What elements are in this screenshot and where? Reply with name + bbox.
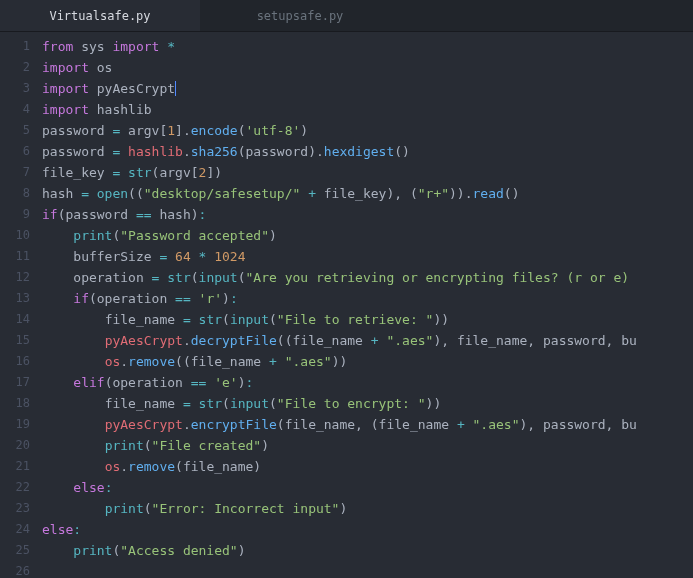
code-line[interactable]: password = argv[1].encode('utf-8')	[42, 120, 693, 141]
token-paren: (	[222, 312, 230, 327]
token-str: "r+"	[418, 186, 449, 201]
token-str: "File to retrieve: "	[277, 312, 434, 327]
token-paren: ))	[426, 396, 442, 411]
token-str: 'r'	[199, 291, 222, 306]
token-paren: ((	[277, 333, 293, 348]
token-str: "Are you retrieving or encrypting files?…	[246, 270, 630, 285]
token-dot: .	[465, 186, 473, 201]
token-obj: operation	[73, 270, 151, 285]
token-dot: .	[120, 459, 128, 474]
token-paren: (	[89, 291, 97, 306]
line-number: 23	[0, 498, 30, 519]
token-obj: bu	[621, 333, 637, 348]
code-line[interactable]: password = hashlib.sha256(password).hexd…	[42, 141, 693, 162]
token-paren: ,	[527, 333, 543, 348]
token-paren: )	[300, 123, 308, 138]
token-obj: password	[42, 144, 112, 159]
token-op: ==	[191, 375, 207, 390]
token-paren: )	[253, 459, 261, 474]
token-builtin: input	[199, 270, 238, 285]
token-paren: (	[175, 459, 183, 474]
token-paren: (	[144, 438, 152, 453]
line-number: 2	[0, 57, 30, 78]
token-str: ".aes"	[473, 417, 520, 432]
code-line[interactable]: else:	[42, 519, 693, 540]
token-kw: if	[42, 207, 58, 222]
token-func: remove	[128, 354, 175, 369]
token-op: =	[112, 165, 120, 180]
token-paren: ), (	[386, 186, 417, 201]
token-paren: (	[144, 501, 152, 516]
line-number: 24	[0, 519, 30, 540]
token-str: "Access denied"	[120, 543, 237, 558]
token-obj: file_name	[105, 312, 183, 327]
tab-bar: Virtualsafe.py setupsafe.py	[0, 0, 693, 32]
line-number: 1	[0, 36, 30, 57]
token-mod: os	[97, 60, 113, 75]
token-paren: ,	[606, 333, 622, 348]
token-str: "File to encrypt: "	[277, 396, 426, 411]
code-line[interactable]: print("Error: Incorrect input")	[42, 498, 693, 519]
code-line[interactable]: pyAesCrypt.decryptFile((file_name + ".ae…	[42, 330, 693, 351]
token-paren: ]	[175, 123, 183, 138]
line-number: 4	[0, 99, 30, 120]
line-number: 19	[0, 414, 30, 435]
token-str: ".aes"	[285, 354, 332, 369]
token-paren: )	[261, 438, 269, 453]
token-func: sha256	[191, 144, 238, 159]
token-obj: hash	[159, 207, 190, 222]
token-paren: )	[222, 291, 230, 306]
token-op: ==	[175, 291, 191, 306]
token-obj: argv	[128, 123, 159, 138]
token-kw: if	[73, 291, 89, 306]
token-dot: .	[316, 144, 324, 159]
code-line[interactable]: if(password == hash):	[42, 204, 693, 225]
token-obj: file_name	[292, 333, 370, 348]
code-line[interactable]: file_name = str(input("File to retrieve:…	[42, 309, 693, 330]
code-line[interactable]: print("Access denied")	[42, 540, 693, 561]
token-num: 1024	[214, 249, 245, 264]
code-line[interactable]: operation = str(input("Are you retrievin…	[42, 267, 693, 288]
line-number: 20	[0, 435, 30, 456]
token-obj: password	[543, 333, 606, 348]
token-str: "Password accepted"	[120, 228, 269, 243]
code-line[interactable]: hash = open(("desktop/safesetup/" + file…	[42, 183, 693, 204]
code-line[interactable]: import hashlib	[42, 99, 693, 120]
token-func: decryptFile	[191, 333, 277, 348]
code-line[interactable]: else:	[42, 477, 693, 498]
token-str: "desktop/safesetup/"	[144, 186, 301, 201]
line-number: 18	[0, 393, 30, 414]
code-line[interactable]: os.remove((file_name + ".aes"))	[42, 351, 693, 372]
code-area[interactable]: from sys import *import osimport pyAesCr…	[42, 36, 693, 578]
line-number: 10	[0, 225, 30, 246]
code-line[interactable]: bufferSize = 64 * 1024	[42, 246, 693, 267]
code-line[interactable]: if(operation == 'r'):	[42, 288, 693, 309]
code-line[interactable]: os.remove(file_name)	[42, 456, 693, 477]
token-var: os	[105, 459, 121, 474]
token-paren: ()	[394, 144, 410, 159]
code-line[interactable]: from sys import *	[42, 36, 693, 57]
line-number: 13	[0, 288, 30, 309]
token-dot: .	[183, 417, 191, 432]
tab-setupsafe[interactable]: setupsafe.py	[200, 0, 400, 31]
token-op: =	[183, 396, 191, 411]
code-line[interactable]: file_name = str(input("File to encrypt: …	[42, 393, 693, 414]
token-num: 1	[167, 123, 175, 138]
token-op: +	[457, 417, 465, 432]
tab-label: Virtualsafe.py	[49, 9, 150, 23]
code-line[interactable]: print("File created")	[42, 435, 693, 456]
code-line[interactable]: import os	[42, 57, 693, 78]
code-line[interactable]: print("Password accepted")	[42, 225, 693, 246]
code-line[interactable]	[42, 561, 693, 578]
token-op: +	[269, 354, 277, 369]
token-mod: sys	[81, 39, 104, 54]
token-paren: (	[191, 270, 199, 285]
token-paren: [	[191, 165, 199, 180]
code-line[interactable]: import pyAesCrypt	[42, 78, 693, 99]
token-kw: import	[42, 60, 89, 75]
code-line[interactable]: elif(operation == 'e'):	[42, 372, 693, 393]
code-line[interactable]: file_key = str(argv[2])	[42, 162, 693, 183]
tab-virtualsafe[interactable]: Virtualsafe.py	[0, 0, 200, 31]
token-mod: pyAesCrypt	[97, 81, 175, 96]
code-line[interactable]: pyAesCrypt.encryptFile(file_name, (file_…	[42, 414, 693, 435]
